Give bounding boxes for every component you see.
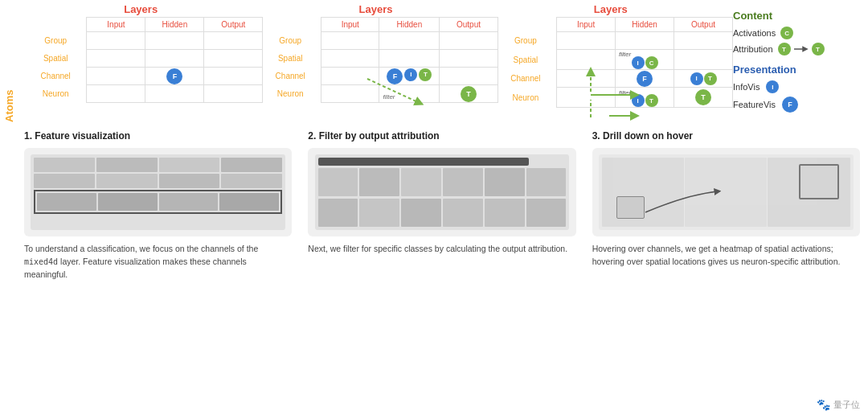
atoms-label: Atoms <box>0 27 18 122</box>
node-T-2: T <box>419 68 432 81</box>
table-row: Neuron <box>28 85 263 103</box>
matrix-2-table: Input Hidden Output Group <box>263 17 497 103</box>
node-I-out-3: I <box>690 72 703 85</box>
node-T-out-3: T <box>704 72 717 85</box>
presentation-title: Presentation <box>733 64 858 76</box>
node-C-3: C <box>645 56 658 69</box>
attribution-nodes: T T <box>778 43 825 55</box>
small-box <box>616 196 645 219</box>
screenshot-2 <box>308 148 575 236</box>
featurevis-node: F <box>782 97 798 113</box>
attribution-label: Attribution <box>733 44 773 54</box>
panel-3-title: 3. Drill down on hover <box>592 130 860 142</box>
attribution-arrow <box>792 44 810 54</box>
bottom-section: 1. Feature visualization <box>0 122 868 289</box>
matrix-3: Layers Input Hidden Output <box>489 3 723 108</box>
node-T-neuron-out-3: T <box>695 89 711 105</box>
node-I-2: I <box>404 68 417 81</box>
node-group-2: F I T <box>379 68 439 84</box>
table-row: Spatial filter I C <box>498 50 733 70</box>
large-box <box>799 164 839 199</box>
matrix-1-table: Input Hidden Output Group <box>28 17 263 103</box>
table-row: Group <box>498 32 733 50</box>
attribution-node-T1: T <box>778 43 791 55</box>
filter-label-3b: filter <box>619 89 631 97</box>
infovis-node: I <box>766 80 779 93</box>
bottom-panel-3: 3. Drill down on hover <box>592 130 860 281</box>
panel-1-text: To understand a classification, we focus… <box>24 243 292 281</box>
watermark: 🐾 量子位 <box>817 398 860 411</box>
node-T-out-2: T <box>461 86 477 102</box>
matrix-1: Layers Input Hidden Output <box>18 3 253 103</box>
right-sidebar: Content Activations C Attribution T <box>723 3 868 122</box>
matrix-2: Layers Input Hidden Output <box>253 3 488 103</box>
watermark-text: 量子位 <box>833 399 860 411</box>
featurevis-label: FeatureVis <box>733 100 776 109</box>
table-row: Spatial <box>28 50 263 68</box>
col-hidden-3: Hidden <box>616 18 674 32</box>
col-input-3: Input <box>557 18 616 32</box>
activations-label: Activations <box>733 28 776 38</box>
panel-2-text: Next, we filter for specific classes by … <box>308 243 575 256</box>
node-I-3: I <box>632 56 645 69</box>
activations-node: C <box>780 27 793 39</box>
node-F-3: F <box>637 71 653 87</box>
filter-label-2: filter <box>383 93 395 101</box>
bottom-panel-1: 1. Feature visualization <box>24 130 292 281</box>
table-row: Channel F I T <box>263 68 497 85</box>
matrix-2-title: Layers <box>359 3 393 15</box>
table-row: Spatial <box>263 50 497 68</box>
attribution-node-T2: T <box>812 43 825 55</box>
node-I-bot-3: I <box>632 94 645 107</box>
attribution-item: Attribution T T <box>733 43 858 55</box>
matrices-container: Layers Input Hidden Output <box>18 3 723 122</box>
featurevis-item: FeatureVis F <box>733 97 858 113</box>
table-row: Channel F I T <box>498 70 733 88</box>
table-row: Group <box>263 32 497 50</box>
matrix-1-wrapper: Input Hidden Output Group <box>18 17 253 103</box>
col-hidden: Hidden <box>145 18 204 32</box>
infovis-item: InfoVis I <box>733 80 858 93</box>
screenshot-1 <box>24 148 292 236</box>
col-input-2: Input <box>321 18 379 32</box>
table-row: Neuron filter I T <box>498 88 733 108</box>
matrix-3-title: Layers <box>594 3 628 15</box>
col-hidden-2: Hidden <box>379 18 440 32</box>
ic-nodes: I C <box>616 56 674 69</box>
matrix-2-wrapper: Input Hidden Output Group <box>253 17 488 103</box>
infovis-label: InfoVis <box>733 82 760 92</box>
top-area: Atoms Layers Input Hidden Output <box>0 0 868 122</box>
table-row: Neuron filter T <box>263 85 497 103</box>
node-F-1: F <box>166 68 182 84</box>
watermark-icon: 🐾 <box>817 398 830 411</box>
matrix-1-title: Layers <box>124 3 158 15</box>
table-row: Group <box>28 32 263 50</box>
matrix-3-wrapper: Input Hidden Output Group <box>489 17 723 108</box>
activations-item: Activations C <box>733 27 858 39</box>
bottom-panel-2: 2. Filter by output attribution <box>308 130 575 281</box>
panel-2-title: 2. Filter by output attribution <box>308 130 575 142</box>
col-input: Input <box>87 18 145 32</box>
filter-label-3a: filter <box>619 51 631 58</box>
panel-3-text: Hovering over channels, we get a heatmap… <box>592 243 860 269</box>
panel-1-title: 1. Feature visualization <box>24 130 292 142</box>
content-title: Content <box>733 10 858 22</box>
node-F-2: F <box>387 68 403 84</box>
node-T-bot-3: T <box>645 94 658 107</box>
col-output-3: Output <box>674 18 733 32</box>
matrix-3-table: Input Hidden Output Group <box>498 17 733 108</box>
screenshot-3 <box>592 148 860 236</box>
table-row: Channel F <box>28 68 263 85</box>
it-nodes: I T <box>674 72 732 85</box>
